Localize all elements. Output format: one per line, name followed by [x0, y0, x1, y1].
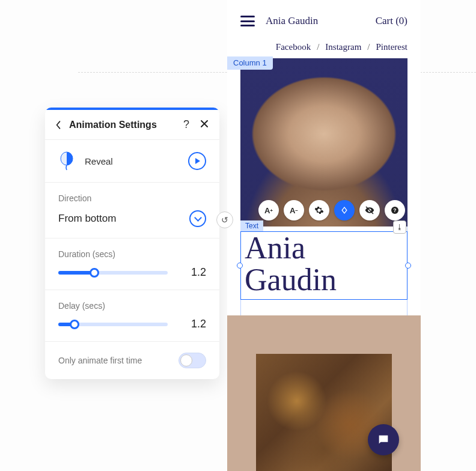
balloon-icon — [58, 151, 75, 171]
svg-text:?: ? — [393, 207, 396, 213]
selected-element[interactable]: Text ⭳ Ania Gaudin — [240, 231, 407, 300]
hide-button[interactable] — [359, 200, 380, 220]
menu-icon[interactable] — [240, 16, 255, 26]
separator: / — [367, 42, 370, 52]
cart-link[interactable]: Cart (0) — [376, 15, 407, 27]
animation-button[interactable] — [334, 200, 355, 220]
resize-handle-right[interactable] — [405, 263, 411, 269]
chevron-down-icon — [194, 214, 202, 222]
duration-slider-thumb[interactable] — [90, 268, 99, 278]
close-icon[interactable] — [199, 118, 210, 131]
delay-section: Delay (secs) 1.2 — [45, 290, 219, 341]
resize-handle-left[interactable] — [237, 263, 243, 269]
duration-value: 1.2 — [182, 266, 206, 279]
panel-title: Animation Settings — [69, 120, 174, 130]
delay-slider-thumb[interactable] — [70, 320, 79, 329]
decrease-font-button[interactable]: A− — [284, 200, 304, 220]
download-icon[interactable]: ⭳ — [393, 220, 406, 234]
site-header: Ania Gaudin Cart (0) — [227, 0, 421, 42]
once-toggle[interactable] — [178, 353, 206, 368]
delay-label: Delay (secs) — [58, 301, 206, 311]
duration-slider[interactable] — [58, 271, 168, 275]
once-section: Only animate first time — [45, 341, 219, 379]
direction-dropdown[interactable] — [189, 210, 206, 227]
texture-image — [256, 354, 392, 471]
settings-button[interactable] — [309, 200, 329, 220]
increase-font-button[interactable]: A+ — [258, 200, 279, 220]
animation-type-label: Reveal — [85, 156, 178, 166]
facebook-link[interactable]: Facebook — [276, 42, 311, 52]
help-icon[interactable]: ? — [181, 118, 192, 131]
help-button[interactable]: ? — [385, 200, 405, 220]
element-type-tag: Text — [240, 220, 263, 231]
pinterest-link[interactable]: Pinterest — [376, 42, 408, 52]
hero-image[interactable]: A+ A− ? — [240, 58, 407, 226]
animation-type-row[interactable]: Reveal — [45, 139, 219, 182]
direction-section: Direction From bottom — [45, 182, 219, 238]
social-links: Facebook / Instagram / Pinterest — [227, 42, 421, 58]
toggle-knob — [180, 354, 192, 366]
chat-button[interactable] — [368, 424, 399, 455]
mobile-preview: Ania Gaudin Cart (0) Facebook / Instagra… — [227, 0, 421, 471]
headline-text[interactable]: Ania Gaudin — [240, 231, 407, 300]
chat-icon — [377, 433, 390, 446]
instagram-link[interactable]: Instagram — [325, 42, 361, 52]
back-icon[interactable] — [55, 120, 62, 130]
direction-label: Direction — [58, 193, 206, 203]
once-label: Only animate first time — [58, 356, 142, 365]
element-toolbar: A+ A− ? — [258, 200, 405, 220]
separator: / — [317, 42, 319, 52]
duration-section: Duration (secs) 1.2 — [45, 238, 219, 290]
preview-play-button[interactable] — [188, 152, 206, 170]
direction-value: From bottom — [58, 213, 116, 225]
animation-settings-panel: Animation Settings ? Reveal Direction Fr… — [45, 108, 219, 379]
play-icon — [195, 158, 200, 164]
undo-icon[interactable]: ↺ — [216, 211, 233, 228]
brand-title[interactable]: Ania Gaudin — [266, 15, 365, 27]
delay-slider[interactable] — [58, 323, 168, 326]
column-tag[interactable]: Column 1 — [227, 56, 273, 70]
duration-slider-fill — [58, 271, 94, 275]
delay-value: 1.2 — [182, 318, 206, 330]
duration-label: Duration (secs) — [58, 249, 206, 259]
panel-header: Animation Settings ? — [45, 110, 219, 139]
